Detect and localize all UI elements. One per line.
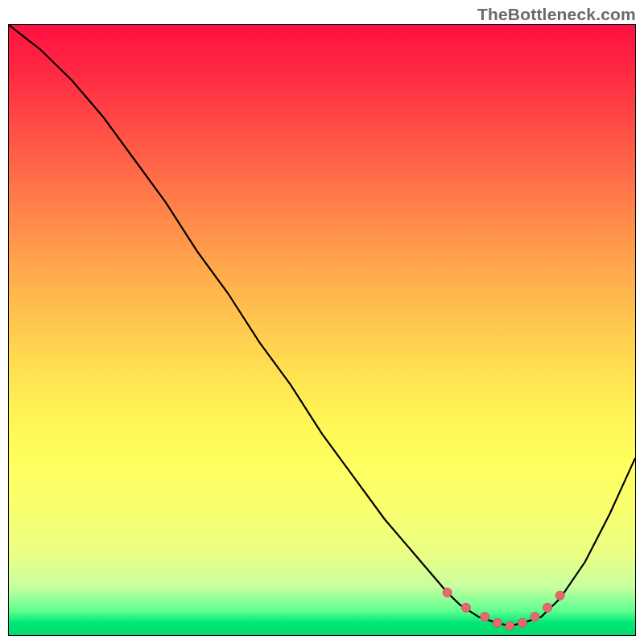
chart-svg-layer (9, 25, 635, 635)
valley-marker (443, 588, 452, 597)
bottleneck-curve-path (9, 25, 635, 626)
valley-marker (493, 618, 502, 627)
valley-marker (461, 603, 470, 612)
valley-marker (543, 603, 552, 612)
valley-marker (481, 613, 489, 621)
valley-marker (555, 591, 564, 600)
valley-marker (506, 621, 514, 630)
valley-marker (530, 613, 539, 621)
watermark-text: TheBottleneck.com (477, 5, 636, 24)
chart-plot-area (8, 24, 636, 636)
valley-marker (518, 618, 526, 627)
